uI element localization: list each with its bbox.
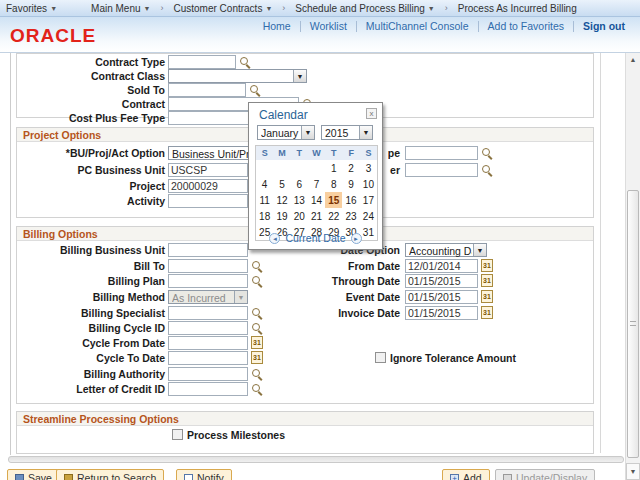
- from-date-input[interactable]: [405, 259, 478, 273]
- calendar-day[interactable]: 18: [256, 208, 273, 224]
- breadcrumb-label: Main Menu: [91, 3, 140, 14]
- scroll-up-icon[interactable]: ▲: [626, 56, 640, 63]
- notify-button[interactable]: Notify: [176, 469, 232, 480]
- activity-input[interactable]: [168, 194, 248, 208]
- dropdown-value: 2015: [325, 127, 358, 139]
- contract-class-dropdown[interactable]: ▼: [168, 69, 307, 83]
- calendar-day[interactable]: 8: [325, 176, 342, 192]
- scroll-down-icon[interactable]: ▼: [626, 463, 640, 480]
- breadcrumb-label: Customer Contracts: [173, 3, 262, 14]
- project-right-input-1[interactable]: [405, 146, 478, 160]
- date-picker-icon[interactable]: [251, 336, 263, 349]
- add-to-favorites-link[interactable]: Add to Favorites: [479, 20, 573, 32]
- previous-date-icon[interactable]: ◄: [269, 233, 280, 244]
- lookup-icon[interactable]: [251, 307, 263, 319]
- billing-business-unit-input[interactable]: [168, 243, 248, 257]
- calendar-day[interactable]: 24: [360, 208, 377, 224]
- lookup-icon[interactable]: [481, 164, 493, 176]
- calendar-day[interactable]: 16: [342, 192, 359, 208]
- lookup-icon[interactable]: [251, 322, 263, 334]
- next-date-icon[interactable]: ►: [351, 233, 362, 244]
- current-date-link[interactable]: Current Date: [285, 232, 345, 244]
- scrollbar-thumb[interactable]: [627, 190, 639, 458]
- calendar-day-header: S: [256, 146, 273, 160]
- billing-specialist-label: Billing Specialist: [16, 307, 165, 319]
- bill-to-input[interactable]: [168, 259, 248, 273]
- billing-specialist-input[interactable]: [168, 306, 248, 320]
- invoice-date-input[interactable]: [405, 306, 478, 320]
- calendar-day[interactable]: 6: [291, 176, 308, 192]
- lookup-icon[interactable]: [251, 368, 263, 380]
- calendar-day[interactable]: 7: [308, 176, 325, 192]
- lookup-icon[interactable]: [251, 275, 263, 287]
- date-option-dropdown[interactable]: Accounting Date▼: [405, 243, 487, 257]
- calendar-day[interactable]: 3: [360, 160, 377, 176]
- lookup-icon[interactable]: [249, 84, 261, 96]
- sign-out-link[interactable]: Sign out: [574, 20, 634, 32]
- calendar-day[interactable]: 5: [273, 176, 290, 192]
- calendar-day[interactable]: 14: [308, 192, 325, 208]
- through-date-input[interactable]: [405, 274, 478, 288]
- calendar-day[interactable]: 20: [291, 208, 308, 224]
- billing-cycle-id-input[interactable]: [168, 321, 248, 335]
- lookup-icon[interactable]: [239, 56, 251, 68]
- project-right-input-2[interactable]: [405, 163, 478, 177]
- process-milestones-checkbox[interactable]: [172, 429, 183, 440]
- calendar-day[interactable]: 23: [342, 208, 359, 224]
- calendar-day[interactable]: 19: [273, 208, 290, 224]
- calendar-day[interactable]: 2: [342, 160, 359, 176]
- calendar-day[interactable]: 9: [342, 176, 359, 192]
- date-picker-icon[interactable]: [481, 259, 493, 272]
- ignore-tolerance-checkbox[interactable]: [375, 352, 386, 363]
- calendar-day[interactable]: 15: [325, 192, 342, 208]
- dropdown-arrow-icon: ▼: [301, 126, 314, 139]
- calendar-year-select[interactable]: 2015▼: [321, 125, 373, 140]
- worklist-link[interactable]: Worklist: [301, 20, 356, 32]
- calendar-day[interactable]: 22: [325, 208, 342, 224]
- breadcrumb-item-customer-contracts[interactable]: Customer Contracts▼: [167, 3, 278, 14]
- calendar-footer: ◄ Current Date ►: [249, 232, 382, 244]
- multichannel-console-link[interactable]: MultiChannel Console: [357, 20, 478, 32]
- cycle-from-date-input[interactable]: [168, 336, 248, 350]
- calendar-day[interactable]: 12: [273, 192, 290, 208]
- contract-type-input[interactable]: [168, 55, 236, 69]
- calendar-day[interactable]: 17: [360, 192, 377, 208]
- calendar-month-select[interactable]: January▼: [257, 125, 315, 140]
- close-icon[interactable]: x: [366, 108, 377, 119]
- calendar-day[interactable]: 11: [256, 192, 273, 208]
- add-button[interactable]: +Add: [442, 469, 490, 480]
- home-link[interactable]: Home: [254, 20, 300, 32]
- save-button[interactable]: Save: [7, 469, 60, 480]
- date-picker-icon[interactable]: [251, 351, 263, 364]
- billing-authority-input[interactable]: [168, 367, 248, 381]
- save-label: Save: [28, 472, 52, 480]
- billing-cycle-id-label: Billing Cycle ID: [16, 322, 165, 334]
- contract-type-label: Contract Type: [16, 56, 165, 68]
- event-date-input[interactable]: [405, 290, 478, 304]
- form-row: Contract Type: [16, 55, 594, 70]
- pc-business-unit-input[interactable]: [168, 163, 248, 177]
- return-to-search-button[interactable]: Return to Search: [56, 469, 164, 480]
- calendar-day[interactable]: 21: [308, 208, 325, 224]
- date-picker-icon[interactable]: [481, 306, 493, 319]
- date-picker-icon[interactable]: [481, 274, 493, 287]
- date-picker-icon[interactable]: [481, 290, 493, 303]
- calendar-day-empty: [256, 160, 273, 176]
- vertical-scrollbar[interactable]: ▲ ▼: [625, 53, 640, 480]
- calendar-day[interactable]: 4: [256, 176, 273, 192]
- calendar-day[interactable]: 10: [360, 176, 377, 192]
- lookup-icon[interactable]: [481, 147, 493, 159]
- letter-of-credit-id-input[interactable]: [168, 382, 248, 396]
- lookup-icon[interactable]: [251, 383, 263, 395]
- breadcrumb-item-schedule-process-billing[interactable]: Schedule and Process Billing▼: [289, 3, 440, 14]
- breadcrumb-item-main-menu[interactable]: Main Menu▼: [85, 3, 156, 14]
- project-input[interactable]: [168, 179, 248, 193]
- lookup-icon[interactable]: [251, 260, 263, 272]
- cycle-to-date-input[interactable]: [168, 351, 248, 365]
- breadcrumb-item-favorites[interactable]: Favorites▼: [0, 3, 63, 14]
- billing-business-unit-label: Billing Business Unit: [16, 244, 165, 256]
- calendar-day[interactable]: 13: [291, 192, 308, 208]
- calendar-day[interactable]: 1: [325, 160, 342, 176]
- sold-to-input[interactable]: [168, 83, 246, 97]
- billing-plan-input[interactable]: [168, 274, 248, 288]
